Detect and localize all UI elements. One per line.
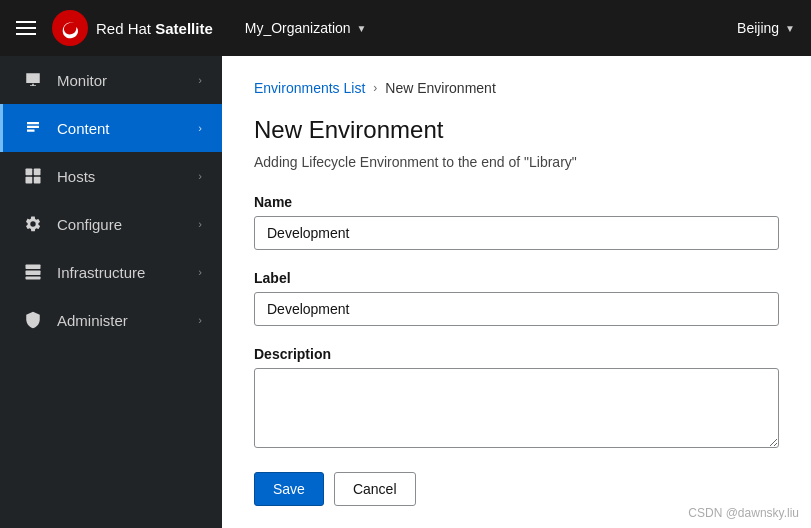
svg-rect-3 [26,177,33,184]
sidebar-item-content[interactable]: Content › [0,104,222,152]
content-area: Environments List › New Environment New … [222,56,811,528]
svg-rect-7 [26,277,41,280]
hosts-icon [23,166,43,186]
brand-name: Red Hat Satellite [96,20,213,37]
svg-rect-1 [26,169,33,176]
content-icon [23,118,43,138]
breadcrumb-separator: › [373,81,377,95]
configure-icon [23,214,43,234]
breadcrumb-parent-link[interactable]: Environments List [254,80,365,96]
infrastructure-chevron-icon: › [198,266,202,278]
svg-rect-4 [34,177,41,184]
name-label: Name [254,194,779,210]
sidebar-item-administer[interactable]: Administer › [0,296,222,344]
sidebar: Monitor › Content › Hosts › Configure › [0,56,222,528]
sidebar-item-infrastructure[interactable]: Infrastructure › [0,248,222,296]
svg-point-0 [52,10,88,46]
watermark: CSDN @dawnsky.liu [688,506,799,520]
org-label: My_Organization [245,20,351,36]
label-label: Label [254,270,779,286]
sidebar-item-content-label: Content [57,120,184,137]
svg-rect-6 [26,271,41,276]
sidebar-item-configure[interactable]: Configure › [0,200,222,248]
brand-logo-area: Red Hat Satellite [52,10,213,46]
sidebar-item-monitor-label: Monitor [57,72,184,89]
save-button[interactable]: Save [254,472,324,506]
org-chevron-icon: ▼ [357,23,367,34]
label-input[interactable] [254,292,779,326]
main-layout: Monitor › Content › Hosts › Configure › [0,56,811,528]
top-navigation: Red Hat Satellite My_Organization ▼ Beij… [0,0,811,56]
monitor-icon [23,70,43,90]
page-subtitle: Adding Lifecycle Environment to the end … [254,154,779,170]
loc-chevron-icon: ▼ [785,23,795,34]
page-title: New Environment [254,116,779,144]
hamburger-menu[interactable] [16,21,36,35]
monitor-chevron-icon: › [198,74,202,86]
sidebar-item-hosts[interactable]: Hosts › [0,152,222,200]
description-label: Description [254,346,779,362]
name-field-group: Name [254,194,779,250]
description-field-group: Description [254,346,779,452]
svg-rect-2 [34,169,41,176]
infrastructure-icon [23,262,43,282]
sidebar-item-administer-label: Administer [57,312,184,329]
administer-chevron-icon: › [198,314,202,326]
cancel-button[interactable]: Cancel [334,472,416,506]
loc-label: Beijing [737,20,779,36]
svg-rect-5 [26,265,41,270]
sidebar-item-hosts-label: Hosts [57,168,184,185]
sidebar-item-infrastructure-label: Infrastructure [57,264,184,281]
label-field-group: Label [254,270,779,326]
redhat-logo-icon [52,10,88,46]
name-input[interactable] [254,216,779,250]
sidebar-item-configure-label: Configure [57,216,184,233]
breadcrumb: Environments List › New Environment [254,80,779,96]
hosts-chevron-icon: › [198,170,202,182]
breadcrumb-current: New Environment [385,80,496,96]
loc-selector[interactable]: Beijing ▼ [737,20,795,36]
sidebar-item-monitor[interactable]: Monitor › [0,56,222,104]
description-textarea[interactable] [254,368,779,448]
form-actions: Save Cancel [254,472,779,506]
configure-chevron-icon: › [198,218,202,230]
org-selector[interactable]: My_Organization ▼ [245,20,367,36]
content-chevron-icon: › [198,122,202,134]
administer-icon [23,310,43,330]
